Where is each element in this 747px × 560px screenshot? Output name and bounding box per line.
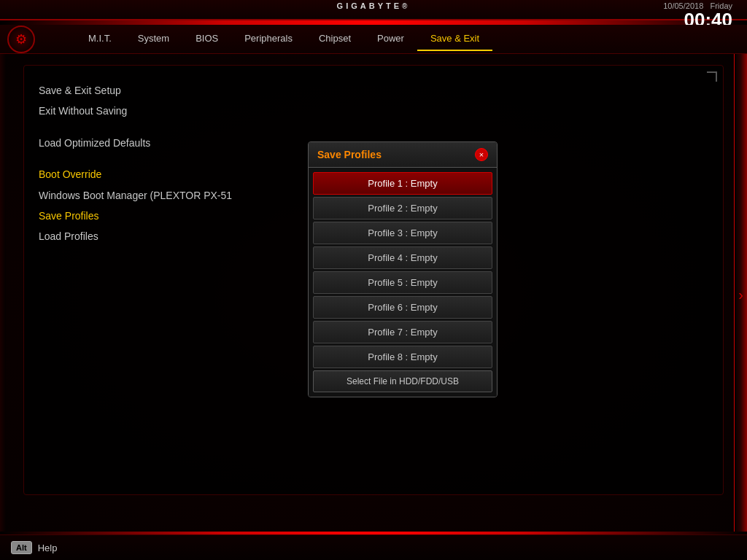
profile-button-3[interactable]: Profile 3 : Empty [313, 222, 492, 244]
profile-button-8[interactable]: Profile 8 : Empty [313, 346, 492, 368]
profile-button-2[interactable]: Profile 2 : Empty [313, 197, 492, 219]
main-content: › Save & Exit SetupExit Without SavingLo… [0, 54, 747, 534]
help-text: Help [38, 542, 58, 553]
modal-title: Save Profiles [317, 149, 382, 160]
nav-item-peripherals[interactable]: Peripherals [231, 27, 306, 51]
header: GIGABYTE® 10/05/2018 Friday 00:40 [0, 0, 747, 20]
alt-key: Alt [11, 541, 32, 554]
save-profiles-modal: Save Profiles × Profile 1 : EmptyProfile… [308, 141, 498, 397]
brand-title: GIGABYTE® [337, 1, 411, 18]
nav-item-chipset[interactable]: Chipset [306, 27, 364, 51]
content-panel: Save & Exit SetupExit Without SavingLoad… [23, 65, 724, 495]
gear-icon: ⚙ [7, 26, 35, 53]
left-decoration [0, 54, 6, 534]
modal-body: Profile 1 : EmptyProfile 2 : EmptyProfil… [309, 168, 497, 397]
menu-item-1[interactable]: Exit Without Saving [39, 101, 708, 121]
profile-button-4[interactable]: Profile 4 : Empty [313, 246, 492, 269]
right-arrow-icon[interactable]: › [738, 287, 743, 302]
profile-button-1[interactable]: Profile 1 : Empty [313, 172, 492, 195]
menu-item-0[interactable]: Save & Exit Setup [39, 80, 708, 101]
nav-items: M.I.T.SystemBIOSPeripheralsChipsetPowerS… [75, 27, 492, 51]
nav-item-m.i.t.[interactable]: M.I.T. [75, 27, 125, 51]
nav-item-power[interactable]: Power [364, 27, 417, 51]
nav-item-bios[interactable]: BIOS [182, 27, 231, 51]
modal-header: Save Profiles × [309, 142, 497, 168]
bottom-bar: Alt Help [0, 534, 747, 560]
profile-button-6[interactable]: Profile 6 : Empty [313, 296, 492, 319]
nav-item-system[interactable]: System [125, 27, 182, 51]
profile-button-7[interactable]: Profile 7 : Empty [313, 321, 492, 343]
nav-item-save-and-exit[interactable]: Save & Exit [417, 27, 492, 51]
navbar: ⚙ M.I.T.SystemBIOSPeripheralsChipsetPowe… [0, 25, 747, 54]
right-decoration: › [734, 54, 747, 534]
select-file-button[interactable]: Select File in HDD/FDD/USB [313, 370, 492, 392]
profile-button-5[interactable]: Profile 5 : Empty [313, 271, 492, 294]
modal-close-button[interactable]: × [475, 148, 488, 161]
